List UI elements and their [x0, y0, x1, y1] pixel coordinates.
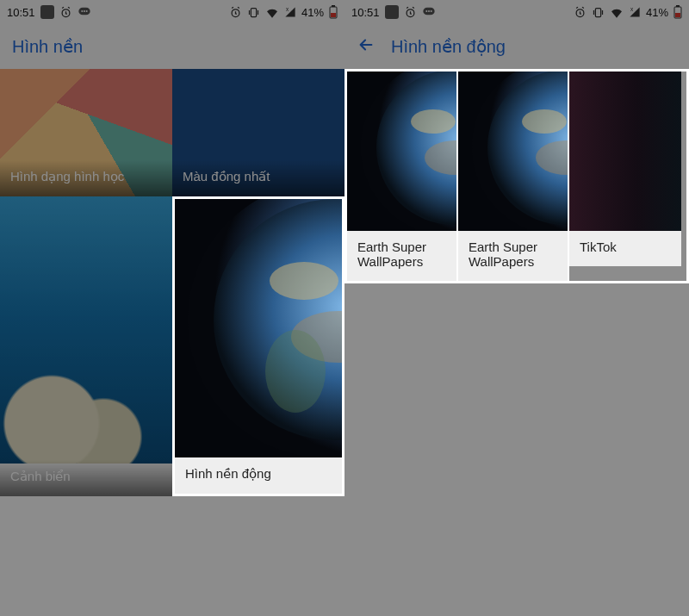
category-tile-sea[interactable]: Cảnh biển — [0, 196, 172, 496]
app-bar: Hình nền động — [344, 24, 689, 69]
svg-rect-29 — [675, 13, 680, 17]
signal-icon: x — [629, 6, 641, 18]
svg-rect-28 — [676, 5, 680, 7]
zalo-icon — [385, 5, 399, 19]
alarm-icon — [59, 6, 72, 19]
page-title: Hình nền động — [391, 36, 506, 57]
thumb-earth — [347, 72, 458, 231]
back-button[interactable] — [357, 35, 376, 58]
live-tile-tiktok[interactable]: TikTok — [569, 72, 681, 281]
vibrate-icon — [247, 6, 260, 19]
battery-percent: 41% — [646, 6, 668, 19]
category-label: Màu đồng nhất — [172, 160, 344, 196]
wallpaper-category-grid: Hình dạng hình học Màu đồng nhất Cảnh bi… — [0, 69, 344, 496]
category-label: Hình dạng hình học — [0, 160, 172, 196]
alarm-icon — [404, 6, 417, 19]
svg-rect-18 — [385, 5, 399, 19]
live-tile-label: TikTok — [569, 231, 681, 266]
svg-point-22 — [428, 10, 430, 12]
svg-rect-25 — [595, 8, 600, 16]
svg-point-15 — [270, 262, 338, 300]
wifi-icon — [610, 6, 624, 18]
status-bar: 10:51 x 41% — [344, 0, 689, 24]
battery-percent: 41% — [301, 6, 324, 19]
svg-point-3 — [81, 10, 83, 12]
zalo-icon — [40, 5, 54, 19]
category-tile-geometric[interactable]: Hình dạng hình học — [0, 69, 172, 196]
vibrate-icon — [592, 6, 605, 19]
live-tile-label: Earth Super WallPapers — [347, 231, 456, 281]
svg-text:x: x — [630, 6, 634, 12]
category-label: Cảnh biển — [0, 460, 172, 496]
svg-rect-7 — [251, 8, 256, 16]
category-label: Hình nền động — [175, 457, 342, 494]
live-wallpaper-grid: Earth Super WallPapers Earth Super WallP… — [344, 69, 689, 283]
signal-icon: x — [284, 6, 296, 18]
screen-wallpaper-categories: 10:51 x 41% — [0, 0, 344, 616]
chat-icon — [78, 5, 91, 19]
svg-rect-11 — [331, 13, 336, 17]
svg-point-23 — [430, 10, 431, 12]
battery-icon — [329, 5, 338, 19]
status-time: 10:51 — [7, 6, 35, 19]
app-bar: Hình nền — [0, 24, 344, 69]
status-time: 10:51 — [351, 6, 380, 19]
thumb-earth — [458, 72, 569, 231]
status-bar: 10:51 x 41% — [0, 0, 344, 24]
thumb-earth — [175, 199, 342, 457]
alarm-icon — [574, 6, 587, 19]
screen-live-wallpapers: 10:51 x 41% — [344, 0, 689, 616]
chat-icon — [422, 5, 436, 19]
page-title: Hình nền — [12, 36, 83, 57]
svg-point-17 — [265, 330, 326, 413]
thumb-sea — [0, 196, 172, 464]
battery-icon — [673, 5, 682, 19]
live-tile-earth-2[interactable]: Earth Super WallPapers — [458, 72, 569, 281]
svg-text:x: x — [286, 6, 289, 12]
svg-point-4 — [84, 10, 85, 12]
wifi-icon — [265, 6, 279, 18]
svg-point-38 — [522, 109, 567, 134]
live-tile-earth-1[interactable]: Earth Super WallPapers — [347, 72, 458, 281]
svg-point-21 — [425, 10, 427, 12]
category-tile-solid[interactable]: Màu đồng nhất — [172, 69, 344, 196]
live-tile-label: Earth Super WallPapers — [458, 231, 568, 281]
category-tile-live-wallpaper[interactable]: Hình nền động — [172, 196, 344, 496]
svg-point-33 — [411, 109, 456, 134]
svg-point-5 — [85, 10, 87, 12]
alarm-icon — [229, 6, 242, 19]
svg-rect-0 — [40, 5, 54, 19]
svg-rect-10 — [332, 5, 335, 7]
thumb-tiktok — [569, 72, 681, 231]
